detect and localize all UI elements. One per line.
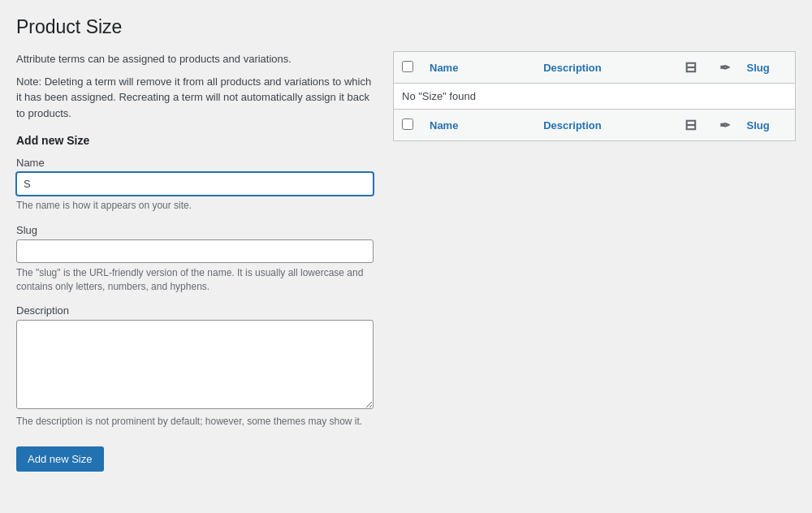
col-footer-menu-icon: ⊟ bbox=[669, 110, 711, 141]
col-header-slug[interactable]: Slug bbox=[738, 52, 795, 84]
description-field-group: Description The description is not promi… bbox=[16, 304, 374, 429]
page-title: Product Size bbox=[16, 16, 796, 38]
col-footer-name[interactable]: Name bbox=[421, 110, 535, 141]
table-footer-row: Name Description ⊟ ✒ Slug bbox=[394, 110, 796, 141]
menu-icon: ⊟ bbox=[685, 58, 697, 76]
slug-hint: The "slug" is the URL-friendly version o… bbox=[16, 266, 374, 294]
col-footer-checkbox bbox=[394, 110, 422, 141]
note-text: Note: Deleting a term will remove it fro… bbox=[16, 74, 374, 122]
slug-label: Slug bbox=[16, 224, 374, 236]
col-header-edit-icon: ✒ bbox=[711, 52, 738, 84]
description-textarea[interactable] bbox=[16, 320, 374, 409]
name-column-link[interactable]: Name bbox=[430, 62, 458, 74]
description-hint: The description is not prominent by defa… bbox=[16, 415, 374, 429]
table-header-row: Name Description ⊟ ✒ Slug bbox=[394, 52, 796, 84]
col-header-description[interactable]: Description bbox=[535, 52, 669, 84]
add-new-size-button[interactable]: Add new Size bbox=[16, 446, 104, 472]
left-panel: Attribute terms can be assigned to produ… bbox=[16, 51, 374, 472]
slug-column-link[interactable]: Slug bbox=[746, 62, 769, 74]
right-panel: Name Description ⊟ ✒ Slug bbox=[393, 51, 796, 141]
col-header-checkbox bbox=[394, 52, 422, 84]
slug-input[interactable] bbox=[16, 239, 374, 263]
select-all-footer-checkbox[interactable] bbox=[402, 119, 413, 130]
slug-footer-link[interactable]: Slug bbox=[746, 119, 769, 131]
no-found-cell: No "Size" found bbox=[394, 84, 796, 110]
edit-icon: ✒ bbox=[719, 60, 730, 75]
col-footer-description[interactable]: Description bbox=[535, 110, 669, 141]
no-found-row: No "Size" found bbox=[394, 84, 796, 110]
attribute-info-text: Attribute terms can be assigned to produ… bbox=[16, 51, 374, 67]
name-footer-link[interactable]: Name bbox=[430, 119, 458, 131]
select-all-checkbox[interactable] bbox=[402, 61, 413, 72]
name-input[interactable] bbox=[16, 172, 374, 196]
description-label: Description bbox=[16, 304, 374, 317]
terms-table: Name Description ⊟ ✒ Slug bbox=[393, 51, 796, 141]
name-hint: The name is how it appears on your site. bbox=[16, 199, 374, 213]
description-footer-link[interactable]: Description bbox=[543, 119, 602, 131]
slug-field-group: Slug The "slug" is the URL-friendly vers… bbox=[16, 224, 374, 294]
name-field-group: Name The name is how it appears on your … bbox=[16, 157, 374, 213]
menu-footer-icon: ⊟ bbox=[685, 116, 697, 134]
col-header-menu-icon: ⊟ bbox=[669, 52, 711, 84]
col-header-name[interactable]: Name bbox=[421, 52, 535, 84]
name-label: Name bbox=[16, 157, 374, 169]
add-new-heading: Add new Size bbox=[16, 134, 374, 147]
col-footer-slug[interactable]: Slug bbox=[738, 110, 795, 141]
description-column-link[interactable]: Description bbox=[543, 62, 602, 74]
col-footer-edit-icon: ✒ bbox=[711, 110, 738, 141]
edit-footer-icon: ✒ bbox=[719, 118, 730, 133]
